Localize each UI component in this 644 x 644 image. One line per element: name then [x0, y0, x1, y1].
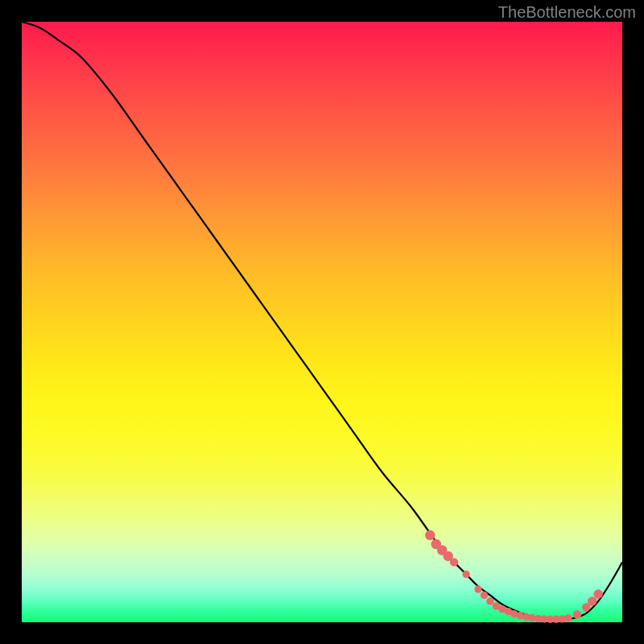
highlight-dot: [588, 597, 597, 605]
highlight-dot: [450, 558, 458, 566]
bottleneck-curve: [22, 22, 622, 622]
highlight-dot: [573, 610, 581, 618]
highlight-dots: [425, 530, 603, 623]
plot-area: [22, 22, 622, 622]
attribution-label: TheBottleneck.com: [498, 3, 636, 22]
highlight-dot: [474, 585, 481, 592]
highlight-dot: [564, 614, 572, 621]
curve-path: [22, 22, 622, 619]
chart-frame: TheBottleneck.com: [0, 0, 644, 644]
highlight-dot: [481, 592, 488, 599]
highlight-dot: [462, 571, 469, 578]
highlight-dot: [425, 530, 435, 540]
highlight-dot: [486, 597, 493, 605]
highlight-dot: [593, 589, 602, 598]
